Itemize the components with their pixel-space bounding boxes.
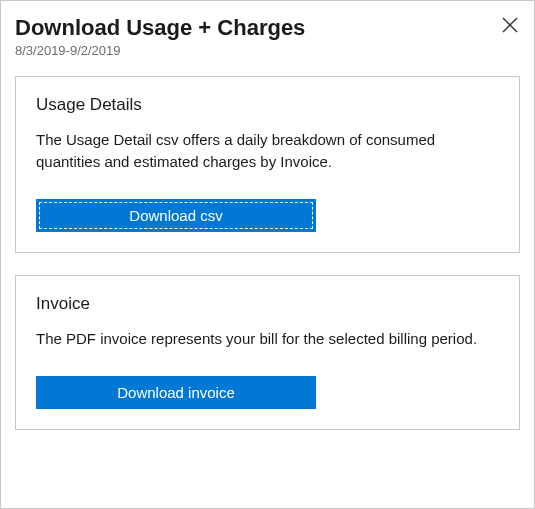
date-range: 8/3/2019-9/2/2019 <box>15 43 305 58</box>
download-csv-button[interactable]: Download csv <box>36 199 316 232</box>
download-invoice-button[interactable]: Download invoice <box>36 376 316 409</box>
panel-title: Download Usage + Charges <box>15 15 305 41</box>
invoice-description: The PDF invoice represents your bill for… <box>36 328 499 350</box>
invoice-title: Invoice <box>36 294 499 314</box>
header-text-block: Download Usage + Charges 8/3/2019-9/2/20… <box>15 15 305 58</box>
close-button[interactable] <box>500 15 520 37</box>
usage-details-card: Usage Details The Usage Detail csv offer… <box>15 76 520 253</box>
invoice-card: Invoice The PDF invoice represents your … <box>15 275 520 430</box>
close-icon <box>502 21 518 36</box>
usage-details-description: The Usage Detail csv offers a daily brea… <box>36 129 499 173</box>
panel-header: Download Usage + Charges 8/3/2019-9/2/20… <box>15 15 520 58</box>
usage-details-title: Usage Details <box>36 95 499 115</box>
